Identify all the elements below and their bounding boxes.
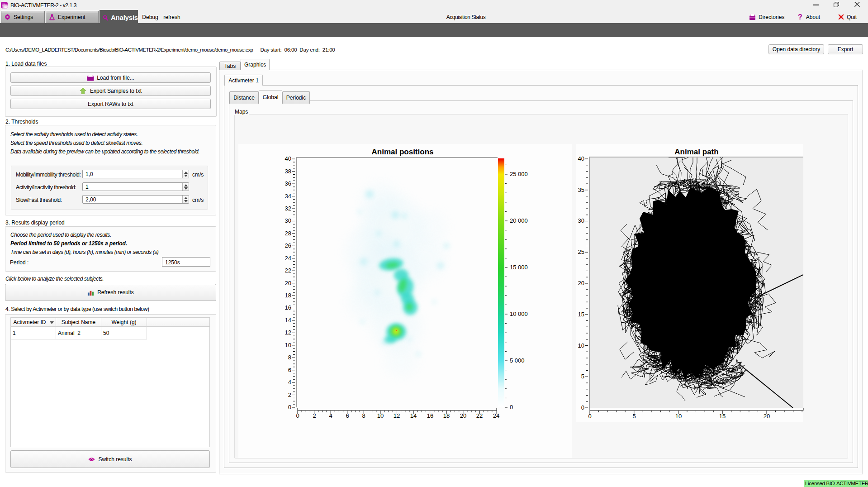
svg-text:6: 6 <box>288 367 291 373</box>
svg-text:20 000: 20 000 <box>510 217 528 224</box>
svg-text:8: 8 <box>288 354 291 361</box>
svg-text:18: 18 <box>443 412 450 419</box>
svg-text:26: 26 <box>285 242 291 249</box>
svg-text:36: 36 <box>285 180 291 187</box>
svg-text:20: 20 <box>460 412 466 419</box>
svg-text:14: 14 <box>410 412 417 419</box>
svg-text:32: 32 <box>285 205 291 212</box>
svg-text:24: 24 <box>285 255 291 262</box>
svg-text:4: 4 <box>288 379 291 386</box>
svg-text:38: 38 <box>285 168 291 175</box>
svg-text:5: 5 <box>581 373 584 380</box>
svg-text:10: 10 <box>578 342 584 349</box>
svg-text:30: 30 <box>285 217 291 224</box>
svg-text:40: 40 <box>285 155 291 162</box>
svg-text:16: 16 <box>285 304 291 311</box>
svg-text:34: 34 <box>285 193 291 200</box>
svg-text:8: 8 <box>362 412 365 419</box>
svg-text:10: 10 <box>675 413 682 420</box>
svg-text:0: 0 <box>588 413 591 420</box>
svg-text:20: 20 <box>578 280 584 286</box>
svg-text:30: 30 <box>578 217 584 224</box>
svg-text:2: 2 <box>2 5 4 8</box>
svg-text:18: 18 <box>285 292 291 299</box>
svg-text:22: 22 <box>285 267 291 274</box>
svg-text:15: 15 <box>719 413 726 420</box>
svg-text:16: 16 <box>427 412 433 419</box>
svg-text:Animal path: Animal path <box>674 148 718 156</box>
svg-text:0: 0 <box>510 404 513 411</box>
svg-text:4: 4 <box>329 412 332 419</box>
svg-text:28: 28 <box>285 230 291 237</box>
svg-text:Animal positions: Animal positions <box>372 148 434 156</box>
svg-text:14: 14 <box>285 317 291 324</box>
svg-text:12: 12 <box>394 412 400 419</box>
svg-text:24: 24 <box>493 412 499 419</box>
svg-text:25 000: 25 000 <box>510 171 528 177</box>
svg-text:35: 35 <box>578 186 584 193</box>
svg-text:2: 2 <box>313 412 316 419</box>
svg-text:0: 0 <box>296 412 299 419</box>
svg-text:15 000: 15 000 <box>510 264 528 271</box>
svg-text:10: 10 <box>285 342 291 349</box>
svg-text:6: 6 <box>346 412 349 419</box>
svg-text:22: 22 <box>476 412 483 419</box>
svg-text:5: 5 <box>632 413 636 420</box>
svg-text:25: 25 <box>578 248 584 255</box>
svg-text:40: 40 <box>578 155 584 162</box>
svg-text:2: 2 <box>288 392 291 398</box>
svg-text:15: 15 <box>578 311 584 318</box>
svg-text:10: 10 <box>377 412 384 419</box>
svg-text:0: 0 <box>581 404 584 411</box>
svg-text:10 000: 10 000 <box>510 310 528 317</box>
svg-text:20: 20 <box>285 280 291 286</box>
svg-text:20: 20 <box>764 413 770 420</box>
svg-text:0: 0 <box>288 404 291 411</box>
svg-text:12: 12 <box>285 329 291 336</box>
svg-text:5 000: 5 000 <box>510 357 525 364</box>
